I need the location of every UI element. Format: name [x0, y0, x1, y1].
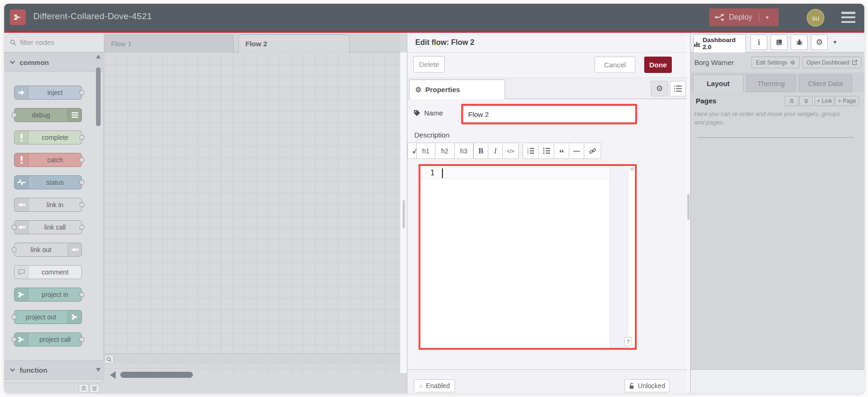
expand-all-icon[interactable]	[89, 384, 100, 393]
canvas-vertical-scrollbar[interactable]	[403, 200, 405, 228]
expand-all-pages-icon[interactable]	[799, 96, 813, 106]
palette-node-catch[interactable]: catch	[14, 153, 82, 167]
palette-node-project-out[interactable]: project out	[14, 310, 82, 324]
italic-button[interactable]: I	[488, 143, 503, 159]
main-menu-icon[interactable]	[841, 12, 855, 23]
input-port[interactable]	[12, 315, 16, 319]
debug-bug-icon[interactable]	[791, 35, 808, 50]
palette-node-link-out[interactable]: link out	[14, 243, 82, 257]
palette-node-label: project out	[15, 313, 67, 321]
flow-enabled-toggle[interactable]: ○ Enabled	[414, 379, 455, 392]
palette-node-comment[interactable]: comment	[14, 265, 82, 279]
node-red-logo-icon	[10, 9, 26, 25]
palette-node-project-call[interactable]: project call	[14, 332, 82, 346]
palette-node-link-in[interactable]: link in	[14, 198, 82, 212]
output-port[interactable]	[80, 292, 84, 297]
tab-client-data[interactable]: Client Data	[799, 74, 852, 92]
collapse-all-pages-icon[interactable]	[785, 96, 799, 106]
output-port[interactable]	[80, 202, 84, 207]
pages-help-text: Here you can re-order and move your widg…	[694, 110, 849, 126]
palette-category-function[interactable]: function	[4, 360, 104, 380]
tab-theming[interactable]: Theming	[746, 74, 796, 92]
open-dashboard-button[interactable]: Open Dashboard	[802, 57, 861, 68]
palette-filter-input[interactable]: filter nodes	[4, 33, 104, 52]
deploy-button[interactable]: Deploy ▼	[709, 8, 779, 26]
palette-node-complete[interactable]: complete	[14, 130, 82, 144]
dialog-header: Edit flow: Flow 2	[407, 33, 687, 53]
palette-scrollbar[interactable]	[96, 67, 101, 126]
output-port[interactable]	[80, 158, 84, 162]
deploy-options-caret-icon[interactable]: ▼	[759, 13, 770, 22]
edit-description-icon[interactable]	[670, 81, 686, 96]
palette-node-label: complete	[29, 134, 81, 141]
palette-category-common[interactable]: common	[4, 52, 104, 72]
output-port[interactable]	[80, 225, 84, 230]
canvas-horizontal-scrollbar[interactable]	[120, 372, 193, 378]
debug-list-icon	[67, 108, 81, 122]
palette-node-inject[interactable]: inject	[14, 86, 82, 100]
editor-help-button[interactable]: ?	[624, 337, 632, 346]
palette-scroll-up-icon[interactable]	[96, 54, 101, 59]
palette-node-debug[interactable]: debug	[14, 108, 82, 122]
editor-scrollbar[interactable]	[630, 167, 634, 171]
link-node-icon	[15, 198, 29, 211]
tag-icon	[413, 109, 420, 116]
edit-settings-button[interactable]: Edit Settings⚙	[751, 57, 799, 68]
palette-node-link-call[interactable]: link call	[14, 220, 82, 234]
tab-layout[interactable]: Layout	[693, 74, 743, 92]
tab-flow-1[interactable]: Flow 1	[104, 35, 234, 52]
done-button[interactable]: Done	[644, 57, 672, 73]
input-port[interactable]	[12, 337, 16, 342]
input-port[interactable]	[12, 247, 16, 252]
app-window: Different-Collared-Dove-4521 Deploy ▼ su…	[4, 4, 864, 393]
flow-name-input[interactable]	[463, 106, 635, 123]
add-link-button[interactable]: + Link	[815, 96, 834, 106]
right-sidebar: Dashboard 2.0 i ⚙ ▼ Borg Warner Edit Set…	[690, 33, 864, 393]
tab-properties[interactable]: ⚙ Properties	[409, 79, 505, 99]
collapse-all-icon[interactable]	[79, 384, 89, 393]
ordered-list-icon[interactable]: 123	[522, 143, 539, 159]
heading1-button[interactable]: h1	[416, 143, 435, 159]
editor-minimap	[610, 166, 629, 348]
input-port[interactable]	[12, 113, 16, 117]
flow-lock-toggle[interactable]: Unlocked	[625, 379, 669, 392]
settings-gear-icon[interactable]: ⚙	[811, 35, 828, 50]
delete-button[interactable]: Delete	[413, 56, 445, 72]
horizontal-rule-icon[interactable]: —	[569, 143, 584, 159]
canvas-zoom-icon[interactable]	[104, 355, 114, 364]
dashboard-project-name: Borg Warner	[694, 58, 734, 66]
tab-flow-2[interactable]: Flow 2	[238, 35, 350, 52]
input-port[interactable]	[12, 225, 16, 230]
help-book-icon[interactable]	[771, 35, 787, 50]
sidebar-footer	[691, 369, 864, 393]
unordered-list-icon[interactable]	[539, 143, 554, 159]
cancel-button[interactable]: Cancel	[595, 57, 635, 73]
editor-scroll-track[interactable]	[629, 166, 635, 348]
add-page-button[interactable]: + Page	[835, 96, 859, 106]
flow-canvas[interactable]	[104, 52, 400, 373]
link-icon[interactable]	[584, 143, 601, 159]
bold-button[interactable]: B	[473, 143, 488, 159]
avatar[interactable]: su	[807, 9, 824, 27]
palette-node-label: link in	[29, 201, 81, 209]
blockquote-icon[interactable]: “	[554, 143, 569, 159]
code-button[interactable]: </>	[503, 143, 519, 159]
palette-node-project-in[interactable]: project in	[14, 288, 82, 302]
sidebar-more-tabs-icon[interactable]: ▼	[832, 39, 838, 45]
heading3-button[interactable]: h3	[455, 143, 473, 159]
info-icon[interactable]: i	[750, 35, 767, 50]
description-label: Description	[414, 131, 449, 139]
palette-node-status[interactable]: status	[14, 175, 82, 189]
markdown-toolbar: h1 h2 h3 B I </> 123 “ —	[407, 143, 687, 159]
palette-scroll-down-icon[interactable]	[96, 368, 101, 372]
dialog-scrollbar[interactable]	[687, 194, 690, 220]
canvas-scroll-left-icon[interactable]	[110, 371, 116, 379]
description-editor[interactable]: 1 ?	[420, 166, 635, 348]
output-port[interactable]	[80, 135, 84, 140]
output-port[interactable]	[80, 90, 84, 95]
output-port[interactable]	[80, 337, 84, 342]
tab-dashboard[interactable]: Dashboard 2.0	[693, 34, 746, 52]
output-port[interactable]	[80, 180, 84, 185]
edit-properties-icon[interactable]: ⚙	[651, 81, 668, 96]
heading2-button[interactable]: h2	[435, 143, 455, 159]
